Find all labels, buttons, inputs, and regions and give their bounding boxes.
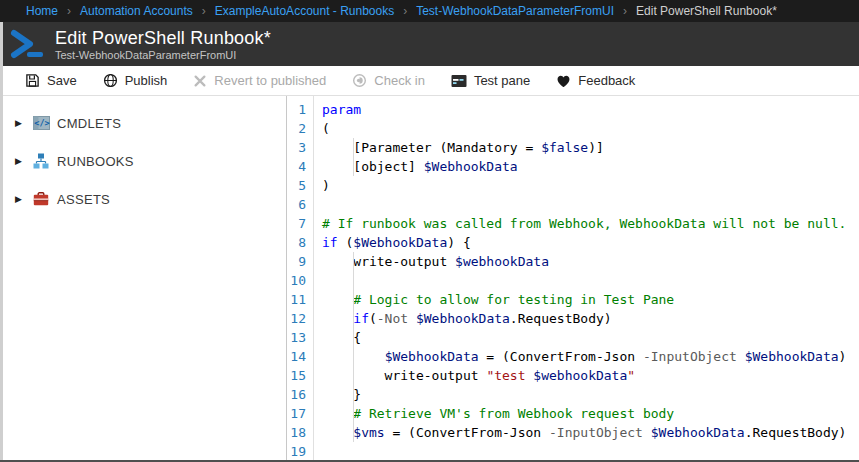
chevron-right-icon[interactable]: ▶ [15,118,33,128]
code-token-pl: ( [369,311,377,326]
line-number: 13 [287,328,313,347]
code-token-var: $vms [353,425,384,440]
code-token-kw: param [322,102,361,117]
code-token-kw: if [353,311,369,326]
code-line: ) [322,176,859,195]
line-number: 9 [287,252,313,271]
sidebar-item-cmdlets[interactable]: ▶</>CMDLETS [3,104,286,142]
code-token-pl [408,311,416,326]
save-icon [25,73,40,88]
line-number: 14 [287,347,313,366]
code-line [322,271,859,290]
line-number-gutter: 12345678910111213141516171819 [287,96,314,460]
breadcrumb-link[interactable]: Home [26,4,58,18]
svg-text:</>: </> [34,118,49,128]
code-token-var: $WebhookData [416,311,510,326]
code-line: write-output "test $webhookData" [322,366,859,385]
code-line: param [322,100,859,119]
code-token-pl: .RequestBody) [745,425,847,440]
feedback-button[interactable]: Feedback [556,73,635,88]
library-sidebar: ▶</>CMDLETS▶RUNBOOKS▶ASSETS [3,96,287,460]
code-token-pl: write-output [322,254,455,269]
code-line: } [322,385,859,404]
code-line: $vms = (ConvertFrom-Json -InputObject $W… [322,423,859,442]
code-token-var: $WebhookData [745,349,839,364]
code-token-var: $WebhookData [353,235,447,250]
save-button[interactable]: Save [25,73,77,88]
page-title: Edit PowerShell Runbook* [55,28,271,48]
line-number: 12 [287,309,313,328]
code-token-op: -Not [377,311,408,326]
chevron-right-icon[interactable]: ▶ [15,156,33,166]
sidebar-item-runbooks[interactable]: ▶RUNBOOKS [3,142,286,180]
sidebar-item-label: ASSETS [57,192,110,207]
line-number: 1 [287,100,313,119]
toolbar-button-label: Test pane [474,73,530,88]
code-line: # Logic to allow for testing in Test Pan… [322,290,859,309]
revert-to-published-button: Revert to published [193,73,326,88]
code-token-pl: ( [322,121,330,136]
code-token-pl [322,311,353,326]
code-line: { [322,328,859,347]
code-token-var: $false [541,140,588,155]
code-token-pl: ) [322,178,330,193]
line-number: 15 [287,366,313,385]
line-number: 2 [287,119,313,138]
toolbar-button-label: Check in [374,73,425,88]
line-number: 3 [287,138,313,157]
breadcrumb-current: Edit PowerShell Runbook* [636,4,777,18]
line-number: 8 [287,233,313,252]
code-token-pl: ) { [447,235,470,250]
indent-guide [353,252,354,442]
code-token-pl: .RequestBody) [510,311,612,326]
cmdlets-icon: </> [33,115,50,132]
code-token-com: # Retrieve VM's from Webhook request bod… [322,406,674,421]
breadcrumb-link[interactable]: ExampleAutoAccount - Runbooks [215,4,394,18]
command-toolbar: SavePublishRevert to publishedCheck inTe… [3,66,859,96]
breadcrumb-separator-icon: › [202,4,206,18]
code-editor[interactable]: 12345678910111213141516171819 param( [Pa… [287,96,859,460]
code-token-var: $webhookData [533,368,627,383]
toolbar-button-label: Save [47,73,77,88]
code-token-pl: = (ConvertFrom-Json [479,349,643,364]
check-in-button: Check in [352,73,425,88]
breadcrumb-separator-icon: › [623,4,627,18]
code-area[interactable]: param( [Parameter (Mandatory = $false)] … [314,96,859,460]
line-number: 4 [287,157,313,176]
checkin-icon [352,73,367,88]
code-token-kw: if [322,235,338,250]
code-token-pl [737,349,745,364]
content-area: ▶</>CMDLETS▶RUNBOOKS▶ASSETS 123456789101… [3,96,859,460]
publish-button[interactable]: Publish [103,73,168,88]
breadcrumb-separator-icon: › [403,4,407,18]
breadcrumb-separator-icon: › [67,4,71,18]
code-line: $WebhookData = (ConvertFrom-Json -InputO… [322,347,859,366]
code-token-pl: )] [588,140,604,155]
header-text: Edit PowerShell Runbook* Test-WebhookDat… [55,28,271,61]
toolbar-button-label: Feedback [578,73,635,88]
code-line: # Retrieve VM's from Webhook request bod… [322,404,859,423]
sidebar-item-assets[interactable]: ▶ASSETS [3,180,286,218]
code-token-com: # Logic to allow for testing in Test Pan… [322,292,674,307]
breadcrumb: Home›Automation Accounts›ExampleAutoAcco… [0,0,859,22]
toolbar-button-label: Publish [125,73,168,88]
sidebar-item-label: RUNBOOKS [57,154,134,169]
toolbar-button-label: Revert to published [214,73,326,88]
code-token-pl: write-output [322,368,486,383]
code-token-pl: { [322,330,361,345]
code-token-pl: [Parameter (Mandatory = [322,140,541,155]
code-token-pl: } [322,387,361,402]
line-number: 5 [287,176,313,195]
code-token-pl: [object] [322,159,424,174]
line-number: 16 [287,385,313,404]
breadcrumb-link[interactable]: Automation Accounts [80,4,193,18]
chevron-right-icon[interactable]: ▶ [15,194,33,204]
test-pane-button[interactable]: Test pane [451,73,530,88]
line-number: 18 [287,423,313,442]
code-line [322,195,859,214]
code-line: [Parameter (Mandatory = $false)] [322,138,859,157]
page-subtitle: Test-WebhookDataParameterFromUI [55,49,271,61]
breadcrumb-link[interactable]: Test-WebhookDataParameterFromUI [416,4,614,18]
code-line: write-output $webhookData [322,252,859,271]
code-token-pl [322,425,353,440]
